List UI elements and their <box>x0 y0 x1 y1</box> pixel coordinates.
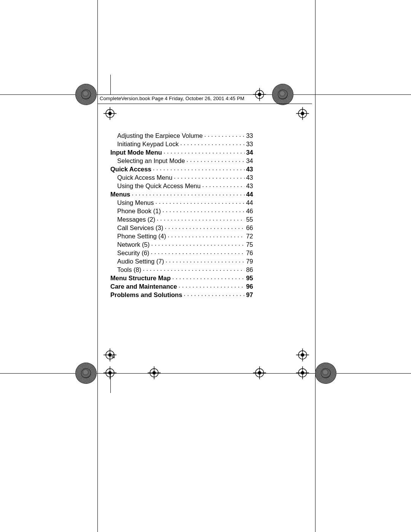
toc-entry-page: 44 <box>246 200 253 206</box>
toc-leader-dots <box>151 249 244 255</box>
registration-medallion-icon <box>75 363 97 384</box>
toc-leader-dots <box>172 274 245 280</box>
toc-entry: Quick Access43 <box>110 165 253 172</box>
register-mark-icon <box>104 107 116 120</box>
register-mark-icon <box>104 366 116 379</box>
toc-entry-page: 66 <box>246 225 253 231</box>
toc-leader-dots <box>153 165 245 171</box>
toc-entry-label: Phone Setting (4) <box>117 233 166 240</box>
toc-entry: Initiating Keypad Lock33 <box>117 140 253 147</box>
registration-medallion-icon <box>315 363 336 384</box>
toc-entry-page: 96 <box>246 283 253 290</box>
toc-entry: Menu Structure Map95 <box>110 274 253 281</box>
table-of-contents: Adjusting the Earpiece Volume33Initiatin… <box>110 131 253 299</box>
toc-entry-label: Messages (2) <box>117 216 155 223</box>
scanned-page: CompleteVersion.book Page 4 Friday, Octo… <box>0 0 411 532</box>
register-mark-icon <box>296 348 309 361</box>
toc-entry-label: Problems and Solutions <box>110 292 182 298</box>
toc-entry-page: 33 <box>246 133 253 139</box>
crop-line-right <box>315 0 315 532</box>
toc-entry-page: 86 <box>246 267 253 273</box>
toc-leader-dots <box>174 173 245 180</box>
toc-entry: Network (5)75 <box>117 240 253 248</box>
toc-leader-dots <box>164 148 245 155</box>
toc-entry-page: 55 <box>246 216 253 223</box>
toc-entry: Problems and Solutions97 <box>110 291 253 298</box>
toc-entry-label: Using the Quick Access Menu <box>117 183 201 189</box>
document-header: CompleteVersion.book Page 4 Friday, Octo… <box>100 96 244 101</box>
toc-entry-label: Audio Setting (7) <box>117 258 164 265</box>
toc-leader-dots <box>180 140 244 146</box>
toc-leader-dots <box>186 157 245 163</box>
toc-entry-label: Initiating Keypad Lock <box>117 141 178 147</box>
toc-entry-label: Tools (8) <box>117 267 141 273</box>
toc-entry: Security (6)76 <box>117 249 253 256</box>
toc-entry-label: Security (6) <box>117 250 149 256</box>
toc-leader-dots <box>157 215 245 222</box>
toc-entry-page: 33 <box>246 141 253 147</box>
crop-line-left <box>97 0 98 532</box>
toc-entry: Phone Book (1)46 <box>117 207 253 214</box>
toc-leader-dots <box>166 257 245 264</box>
toc-entry: Call Services (3)66 <box>117 224 253 231</box>
toc-entry-label: Care and Maintenance <box>110 283 177 290</box>
toc-entry-page: 75 <box>246 241 253 248</box>
register-mark-icon <box>253 366 266 379</box>
toc-entry: Menus44 <box>110 190 253 197</box>
toc-leader-dots <box>204 131 245 138</box>
toc-leader-dots <box>155 198 244 205</box>
toc-entry-label: Quick Access Menu <box>117 174 172 181</box>
toc-leader-dots <box>167 232 244 238</box>
toc-leader-dots <box>162 207 245 213</box>
toc-leader-dots <box>143 265 244 272</box>
crop-line-bottom <box>0 373 411 374</box>
toc-leader-dots <box>178 282 245 289</box>
toc-entry-label: Selecting an Input Mode <box>117 158 185 164</box>
toc-entry-label: Menus <box>110 191 130 198</box>
toc-entry-label: Phone Book (1) <box>117 208 161 214</box>
registration-medallion-icon <box>75 84 97 105</box>
toc-entry-label: Quick Access <box>110 166 151 173</box>
toc-entry: Using Menus44 <box>117 198 253 206</box>
toc-entry-page: 43 <box>246 174 253 181</box>
toc-entry-page: 95 <box>246 275 253 281</box>
toc-entry-page: 34 <box>246 158 253 164</box>
register-mark-icon <box>296 107 309 120</box>
toc-entry-label: Call Services (3) <box>117 225 163 231</box>
toc-entry-page: 43 <box>246 166 253 173</box>
page-number: 4 <box>112 353 115 360</box>
toc-leader-dots <box>165 224 245 230</box>
toc-entry: Using the Quick Access Menu43 <box>117 182 253 189</box>
toc-entry-label: Network (5) <box>117 241 150 248</box>
toc-entry-page: 79 <box>246 258 253 265</box>
toc-entry-label: Input Mode Menu <box>110 149 162 156</box>
register-mark-icon <box>148 366 161 379</box>
toc-entry-page: 44 <box>246 191 253 198</box>
toc-entry: Adjusting the Earpiece Volume33 <box>117 131 253 139</box>
toc-entry-page: 34 <box>246 149 253 156</box>
toc-entry: Tools (8)86 <box>117 265 253 273</box>
toc-entry-page: 97 <box>246 292 253 298</box>
toc-leader-dots <box>151 240 244 247</box>
header-rule <box>97 104 312 104</box>
register-mark-icon <box>296 366 309 379</box>
toc-leader-dots <box>184 291 245 297</box>
toc-entry: Care and Maintenance96 <box>110 282 253 289</box>
toc-entry-label: Adjusting the Earpiece Volume <box>117 133 203 139</box>
crop-line-top <box>0 94 411 95</box>
toc-entry: Selecting an Input Mode34 <box>117 157 253 164</box>
toc-entry-page: 72 <box>246 233 253 240</box>
toc-entry-page: 46 <box>246 208 253 214</box>
toc-entry: Phone Setting (4)72 <box>117 232 253 239</box>
toc-entry-label: Menu Structure Map <box>110 275 171 281</box>
crop-tick <box>110 75 111 94</box>
toc-leader-dots <box>202 182 244 188</box>
toc-entry-label: Using Menus <box>117 200 154 206</box>
registration-medallion-icon <box>272 84 293 105</box>
toc-entry: Input Mode Menu34 <box>110 148 253 155</box>
toc-entry: Messages (2)55 <box>117 215 253 222</box>
toc-entry: Quick Access Menu43 <box>117 173 253 181</box>
toc-leader-dots <box>132 190 244 197</box>
toc-entry: Audio Setting (7)79 <box>117 257 253 264</box>
register-mark-icon <box>253 88 266 101</box>
